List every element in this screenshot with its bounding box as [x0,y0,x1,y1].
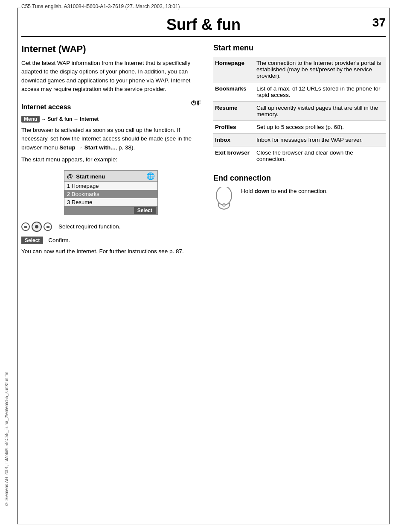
page-title: Surf & fun [43,16,364,34]
arrow1: → [41,116,46,122]
phone-screen: @ Start menu 🌐 1 Homepage 2 Bookmarks 3 … [64,170,158,215]
wap-svg-icon: ! [187,99,201,109]
start-menu-table: Homepage The connection to the Internet … [213,57,386,165]
at-icon: @ [67,173,73,180]
phone-select-button[interactable]: Select [134,207,156,214]
svg-text:!: ! [199,100,201,105]
confirm-row: Select Confirm. [21,236,201,245]
circle-center-inner [35,225,38,228]
end-connection-text: Hold down to end the connection. [241,187,328,196]
internet-access-title: Internet access [21,103,71,111]
phone-screen-item-1: 1 Homepage [64,182,157,190]
menu-item-surf: Surf & fun [47,116,72,122]
phone-screen-footer: Select [64,206,157,215]
phone-screen-item-2: 2 Bookmarks [64,190,157,198]
footer-surf-text: You can now surf the Internet. For furth… [21,247,201,256]
table-desc-2: Call up recently visited pages that are … [255,102,386,121]
table-desc-5: Close the browser and clear down the con… [255,146,386,166]
table-label-3: Profiles [213,121,255,134]
border-left [17,8,17,524]
phone-screen-title: @ Start menu [67,173,105,180]
table-row: Inbox Inbox for messages from the WAP se… [213,134,386,146]
end-connection-title: End connection [213,174,386,183]
table-label-0: Homepage [213,57,255,82]
nav-instruction-text: Select required function. [58,222,121,231]
page-title-area: Surf & fun 37 [21,12,386,37]
table-label-4: Inbox [213,134,255,146]
main-content: Internet (WAP) Get the latest WAP inform… [0,37,407,272]
three-circles-icon [21,222,52,232]
page-number: 37 [372,16,386,29]
nav-instruction-row: Select required function. [21,222,201,232]
table-row: Resume Call up recently visited pages th… [213,102,386,121]
circle-center [32,222,42,232]
border-top [17,8,390,8]
phone-screen-item-3: 3 Resume [64,198,157,206]
table-desc-4: Inbox for messages from the WAP server. [255,134,386,146]
table-desc-0: The connection to the Internet provider'… [255,57,386,82]
copyright-sidebar: © Siemens AG 2001, I:\Mobil\L55\C55_Tuna… [4,85,9,506]
svg-point-1 [193,101,195,103]
wap-icon: ! [187,99,201,111]
table-row: Homepage The connection to the Internet … [213,57,386,82]
right-column: Start menu Homepage The connection to th… [213,44,386,260]
menu-item-internet: Internet [80,116,99,122]
phone-handset-icon [213,187,235,210]
start-menu-heading: Start menu [213,44,386,53]
select-button-inline[interactable]: Select [21,237,43,244]
left-column: Internet (WAP) Get the latest WAP inform… [21,44,201,260]
menu-path: Menu → Surf & fun → Internet [21,116,99,123]
table-row: Exit browser Close the browser and clear… [213,146,386,166]
circle-left-inner [24,226,27,228]
internet-access-header: Internet access ! [21,97,201,114]
start-menu-appears-text: The start menu appears, for example: [21,155,201,164]
svg-point-3 [216,187,232,205]
header-meta: C55 Tuna english, A31008-H5600-A1-3-7619… [21,3,180,9]
table-row: Bookmarks List of a max. of 12 URLs stor… [213,82,386,102]
arrow2: → [73,116,78,122]
circle-right [44,222,52,231]
confirm-text: Confirm. [48,236,70,245]
menu-box: Menu [21,116,40,123]
globe-icon: 🌐 [146,172,155,180]
end-connection-section: End connection Hold down to end the conn… [213,174,386,210]
table-row: Profiles Set up to 5 access profiles (p.… [213,121,386,134]
table-desc-1: List of a max. of 12 URLs stored in the … [255,82,386,102]
table-label-2: Resume [213,102,255,121]
border-right [390,8,390,524]
circle-left [21,222,30,231]
page-header: C55 Tuna english, A31008-H5600-A1-3-7619… [0,0,407,12]
phone-screen-title-row: @ Start menu 🌐 [64,171,157,182]
internet-wap-title: Internet (WAP) [21,44,201,55]
table-label-5: Exit browser [213,146,255,166]
intro-text: Get the latest WAP information from the … [21,59,201,94]
border-bottom [17,524,390,524]
table-desc-3: Set up to 5 access profiles (p. 68). [255,121,386,134]
end-connection-row: Hold down to end the connection. [213,187,386,210]
table-label-1: Bookmarks [213,82,255,102]
phone-screen-container: @ Start menu 🌐 1 Homepage 2 Bookmarks 3 … [21,170,201,215]
browser-activated-text: The browser is activated as soon as you … [21,126,201,152]
circle-right-inner [47,226,49,228]
